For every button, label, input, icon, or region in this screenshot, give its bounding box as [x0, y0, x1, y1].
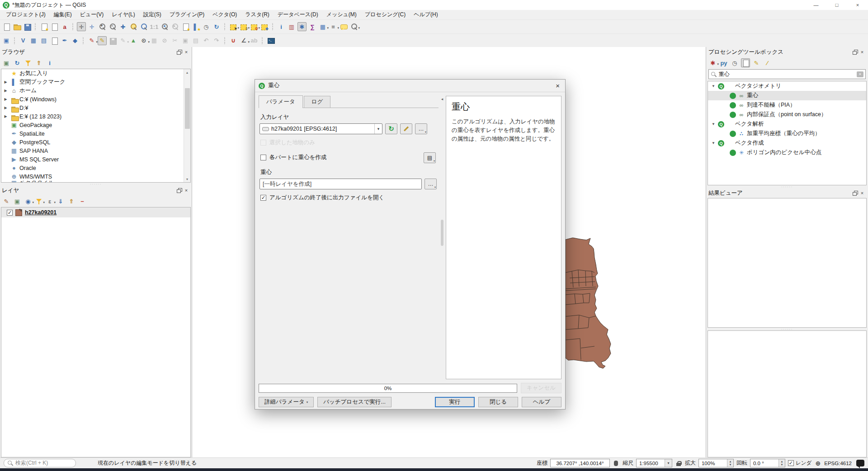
redo-icon[interactable]: ↷ [212, 36, 221, 45]
magnifier-spinbox[interactable]: 100% ▲▼ [698, 459, 734, 467]
close-panel-icon[interactable]: × [183, 49, 190, 55]
identify-features-icon[interactable]: i [277, 22, 286, 31]
labeling-icon[interactable]: ab [250, 36, 259, 45]
menu-mesh[interactable]: メッシュ(M) [322, 10, 361, 19]
add-vector-layer-icon[interactable]: V [19, 36, 28, 45]
zoom-to-layer-icon[interactable] [139, 22, 148, 31]
select-by-value-icon[interactable]: ≡▾ [239, 22, 248, 31]
snapping-options-icon[interactable]: ∪ [229, 36, 238, 45]
toolbox-group-vector-creation[interactable]: ▼ Q ベクタ作成 [708, 138, 866, 148]
rotation-spinbox[interactable]: 0.0 ° ▲▼ [750, 459, 785, 467]
results-viewer-icon[interactable] [741, 58, 750, 67]
add-delimited-text-layer-icon[interactable] [50, 36, 59, 45]
browser-item-wms-wmts[interactable]: ⊕ WMS/WMTS [1, 172, 190, 181]
render-checkbox[interactable]: ✓ レンダ [788, 460, 811, 466]
toolbox-item-centroids[interactable]: ∞ 重心 [708, 91, 866, 100]
float-panel-icon[interactable] [175, 187, 183, 193]
layer-row-h27ka09201[interactable]: ✓ h27ka09201 [1, 207, 190, 217]
properties-icon[interactable]: i [45, 58, 54, 67]
python-scripts-icon[interactable]: py [719, 58, 728, 67]
copy-features-icon[interactable]: ▣ [181, 36, 190, 45]
data-source-manager-icon[interactable]: ▣ [2, 36, 11, 45]
expander-icon[interactable]: ▼ [711, 84, 716, 88]
refresh-browser-icon[interactable]: ↻ [13, 58, 22, 67]
browser-item-home[interactable]: ▶ ⌂ ホーム [1, 86, 190, 95]
tab-parameters[interactable]: パラメータ [259, 95, 303, 108]
current-edits-icon[interactable]: ✎▾ [87, 36, 96, 45]
crs-globe-icon[interactable]: ⊕ [814, 460, 821, 467]
menu-view[interactable]: ビュー(V) [76, 10, 108, 19]
scrollbar-thumb[interactable] [185, 88, 190, 129]
toolbox-item-point-on-surface[interactable]: ∞ 内部保証点（point on surface） [708, 110, 866, 119]
expander-icon[interactable]: ▶ [3, 114, 9, 118]
clear-search-icon[interactable]: × [857, 71, 863, 77]
scroll-up-icon[interactable]: ▲ [186, 69, 189, 75]
tab-log[interactable]: ログ [304, 96, 331, 108]
cancel-button[interactable]: キャンセル [521, 383, 561, 393]
zoom-out-icon[interactable]: − [108, 22, 117, 31]
zoom-full-icon[interactable]: ✚ [118, 22, 127, 31]
vertex-tool-icon[interactable]: ⊙▾ [139, 36, 148, 45]
menu-database[interactable]: データベース(D) [274, 10, 322, 19]
scrollbar-thumb[interactable] [441, 220, 443, 246]
expander-icon[interactable]: ▶ [3, 89, 9, 93]
toolbox-item-pole-of-inaccessibility[interactable]: ∞ 到達不能極（PIA） [708, 100, 866, 110]
add-polygon-feature-icon[interactable]: ▲ [129, 36, 138, 45]
field-calculator-icon[interactable]: ≡▾ [329, 22, 338, 31]
lock-scale-icon[interactable] [675, 460, 682, 467]
expander-icon[interactable]: ▼ [711, 141, 716, 145]
float-panel-icon[interactable] [851, 49, 859, 55]
menu-vector[interactable]: ベクタ(O) [208, 10, 241, 19]
browser-item-c-drive[interactable]: ▶ C:¥ (Windows) [1, 95, 190, 104]
toolbox-group-vector-geometry[interactable]: ▼ Q ベクタジオメトリ [708, 81, 866, 91]
browser-item-favorites[interactable]: ★ お気に入り [1, 69, 190, 78]
refresh-map-icon[interactable]: ↻ [212, 22, 221, 31]
statistics-icon[interactable]: ▥ [287, 22, 296, 31]
add-postgis-layer-icon[interactable]: ◆ [71, 36, 80, 45]
toolbox-group-vector-analysis[interactable]: ▼ Q ベクタ解析 [708, 119, 866, 129]
extent-toggle-icon[interactable] [613, 460, 620, 467]
save-project-icon[interactable] [23, 22, 32, 31]
close-icon[interactable]: × [847, 0, 868, 10]
menu-settings[interactable]: 設定(S) [139, 10, 165, 19]
float-panel-icon[interactable] [851, 190, 859, 196]
open-output-checkbox[interactable]: ✓ アルゴリズムの終了後に出力ファイルを開く [260, 194, 437, 202]
menu-edit[interactable]: 編集(E) [50, 10, 76, 19]
expander-icon[interactable]: ▶ [3, 106, 9, 110]
remove-layer-icon[interactable]: − [78, 197, 87, 206]
edit-features-inplace-icon[interactable]: ✎ [752, 58, 761, 67]
browser-item-sap-hana[interactable]: ▦ SAP HANA [1, 146, 190, 155]
paste-features-icon[interactable]: ▤ [191, 36, 200, 45]
map-tips-icon[interactable] [339, 22, 348, 31]
close-panel-icon[interactable]: × [859, 49, 866, 55]
browser-item-spatialite[interactable]: ✒ SpatiaLite [1, 129, 190, 138]
add-spatialite-layer-icon[interactable]: ✒ [60, 36, 69, 45]
new-spatial-bookmark-icon[interactable] [181, 22, 190, 31]
add-group-icon[interactable]: ▣ [13, 197, 22, 206]
menu-project[interactable]: プロジェクト(J) [2, 10, 50, 19]
select-by-location-icon[interactable]: ◆ [260, 22, 269, 31]
pan-to-selection-icon[interactable]: ✛ [87, 22, 96, 31]
menu-help[interactable]: ヘルプ(H) [410, 10, 442, 19]
checkbox-checked-icon[interactable]: ✓ [788, 460, 794, 466]
menu-processing[interactable]: プロセシング(C) [361, 10, 410, 19]
browser-item-vector-tiles[interactable]: ▦ ベクタタイル [1, 181, 190, 183]
minimize-icon[interactable]: — [806, 0, 826, 10]
checkbox-checked-icon[interactable]: ✓ [260, 195, 266, 201]
input-layer-combo[interactable]: h27ka09201 [EPSG:4612] ▾ [259, 123, 382, 134]
browser-item-geopackage[interactable]: ▣ GeoPackage [1, 121, 190, 129]
browser-item-ms-sql-server[interactable]: ▶ MS SQL Server [1, 155, 190, 164]
collapse-all-layers-icon[interactable]: ⇑ [67, 197, 76, 206]
scroll-down-icon[interactable]: ▼ [186, 176, 189, 182]
input-options-menu-button[interactable]: …▾ [415, 123, 427, 134]
expand-all-icon[interactable]: ⇓ [56, 197, 65, 206]
select-features-icon[interactable]: ➤▾ [229, 22, 238, 31]
browser-item-d-drive[interactable]: ▶ D:¥ [1, 104, 190, 112]
close-panel-icon[interactable]: × [859, 190, 866, 196]
expander-icon[interactable]: ▶ [3, 97, 9, 101]
crs-status[interactable]: EPSG:4612 [824, 461, 852, 466]
output-field[interactable]: [一時レイヤを作成] [259, 179, 422, 189]
collapse-all-icon[interactable]: ⇑ [34, 58, 43, 67]
menu-layer[interactable]: レイヤ(L) [108, 10, 139, 19]
toggle-editing-icon[interactable]: ✎ [98, 36, 107, 45]
